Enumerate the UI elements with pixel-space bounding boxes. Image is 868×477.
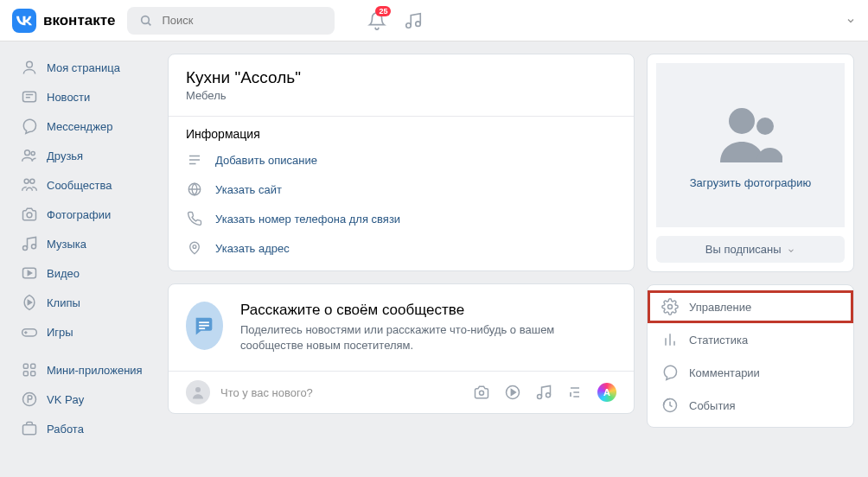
management-card: Управление Статистика Комментарии Событи… [647,284,854,428]
about-title: Расскажите о своём сообществе [240,302,616,319]
briefcase-icon [21,420,38,437]
add-phone-link[interactable]: Указать номер телефона для связи [186,210,616,227]
svg-point-7 [24,179,29,183]
attach-music-icon[interactable] [535,384,552,401]
silhouette-icon [712,102,789,162]
svg-point-9 [27,213,32,218]
sidebar-item-games[interactable]: Игры [14,318,156,346]
communities-icon [21,176,38,194]
events-link[interactable]: События [648,389,853,422]
composer-switch-avatar[interactable]: A [597,383,616,402]
svg-rect-22 [200,321,210,323]
upload-photo-area[interactable]: Загрузить фотографию [656,63,845,227]
about-icon [186,302,223,350]
logo-icon [12,9,36,33]
profile-card: Кухни "Ассоль" Мебель Информация Добавит… [168,54,635,271]
camera-icon [21,206,38,223]
attach-video-icon[interactable] [504,384,521,401]
sidebar-item-photos[interactable]: Фотографии [14,200,156,228]
svg-rect-24 [200,328,206,329]
friends-icon [21,147,38,164]
svg-point-2 [416,21,421,25]
svg-point-8 [30,179,35,183]
events-icon [661,397,679,414]
svg-rect-19 [23,425,36,435]
apps-icon [21,361,38,378]
gear-icon [661,298,679,315]
manage-link[interactable]: Управление [648,290,853,323]
music-button[interactable] [404,11,423,30]
profile-header: Кухни "Ассоль" Мебель [169,54,634,117]
page-category: Мебель [186,89,616,102]
pay-icon [21,391,38,408]
comments-link[interactable]: Комментарии [648,356,853,389]
info-section-label: Информация [169,117,634,144]
sidebar-item-messenger[interactable]: Мессенджер [14,112,156,140]
comments-icon [661,364,679,381]
video-icon [21,264,38,282]
page-title: Кухни "Ассоль" [186,68,616,87]
sidebar-item-my-page[interactable]: Моя страница [14,54,156,81]
sidebar-item-music[interactable]: Музыка [14,230,156,258]
right-column: Загрузить фотографию Вы подписаны Управл… [647,54,854,428]
svg-point-25 [195,387,201,392]
svg-point-21 [193,245,196,249]
sidebar-item-news[interactable]: Новости [14,83,156,111]
add-site-link[interactable]: Указать сайт [186,181,616,198]
svg-point-1 [406,22,412,28]
composer-avatar [186,380,210,404]
location-icon [186,239,203,257]
svg-rect-4 [23,92,36,102]
svg-point-0 [142,16,150,23]
sidebar-item-friends[interactable]: Друзья [14,142,156,169]
svg-point-29 [546,393,551,398]
header: вконтакте 25 [0,0,868,41]
clips-icon [21,294,38,311]
notif-badge: 25 [375,6,391,16]
globe-icon [186,181,203,198]
sidebar-item-mini-apps[interactable]: Мини-приложения [14,356,156,384]
svg-rect-17 [31,372,35,376]
info-list: Добавить описание Указать сайт Указать н… [169,144,634,270]
svg-point-11 [32,245,36,249]
composer-placeholder[interactable]: Что у вас нового? [220,386,463,399]
svg-point-6 [31,151,35,155]
logo[interactable]: вконтакте [12,9,115,33]
sidebar-item-communities[interactable]: Сообщества [14,171,156,199]
sidebar-item-vkpay[interactable]: VK Pay [14,385,156,413]
sidebar-item-clips[interactable]: Клипы [14,289,156,316]
sidebar-item-work[interactable]: Работа [14,415,156,442]
notifications-button[interactable]: 25 [367,11,386,30]
account-menu-button[interactable] [846,16,856,26]
add-description-link[interactable]: Добавить описание [186,151,616,169]
text-icon [186,151,203,169]
games-icon [21,323,38,340]
svg-point-5 [25,150,30,156]
upload-photo-label: Загрузить фотографию [690,176,812,189]
svg-point-28 [538,395,542,399]
main-column: Кухни "Ассоль" Мебель Информация Добавит… [168,54,635,414]
attach-photo-icon[interactable] [473,384,490,401]
attach-article-icon[interactable] [566,384,584,401]
svg-rect-14 [23,364,28,368]
stats-link[interactable]: Статистика [648,323,853,356]
brand-text: вконтакте [43,12,115,29]
add-address-link[interactable]: Указать адрес [186,239,616,257]
sidebar: Моя страница Новости Мессенджер Друзья С… [14,54,156,442]
svg-rect-13 [22,329,37,336]
subscribed-button[interactable]: Вы подписаны [656,236,845,263]
header-icons: 25 [367,11,423,30]
stats-icon [661,331,679,348]
svg-point-3 [27,61,33,67]
svg-point-31 [756,118,774,135]
news-icon [21,88,38,105]
phone-icon [186,210,203,227]
sidebar-item-video[interactable]: Видео [14,259,156,287]
photo-card: Загрузить фотографию Вы подписаны [647,54,854,272]
search-box[interactable] [127,7,335,35]
user-icon [21,59,38,76]
search-icon [137,12,155,29]
post-composer[interactable]: Что у вас нового? A [169,371,634,413]
search-input[interactable] [162,14,324,27]
svg-point-10 [23,246,28,251]
